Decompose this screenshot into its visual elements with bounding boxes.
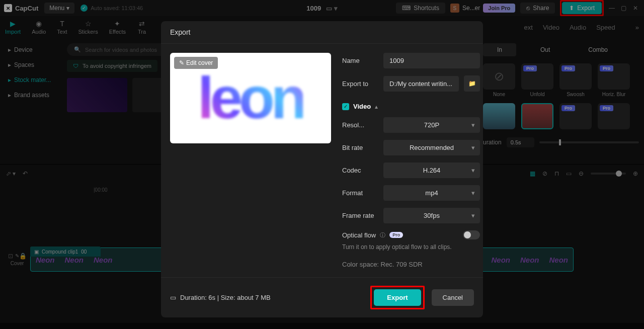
codec-select[interactable]: H.264 [383, 162, 480, 178]
export-confirm-button[interactable]: Export [374, 289, 421, 306]
modal-title: Export [161, 21, 483, 44]
export-modal: Export ✎ Edit cover leon Name Exp [161, 21, 483, 317]
pro-badge: Pro [389, 232, 403, 238]
codec-label: Codec [342, 167, 378, 174]
export-preview: ✎ Edit cover leon [170, 53, 331, 143]
export-path: D:/My content writin... [383, 76, 459, 92]
preview-text: leon [198, 64, 303, 132]
name-input[interactable] [383, 53, 480, 68]
resolution-select[interactable]: 720P [383, 117, 480, 133]
folder-icon: 📁 [468, 80, 476, 87]
collapse-icon[interactable]: ▴ [375, 103, 378, 110]
optical-flow-toggle[interactable] [463, 230, 480, 239]
footer-info-text: Duration: 6s | Size: about 7 MB [180, 294, 271, 301]
color-space-label: Color space: Rec. 709 SDR [342, 261, 480, 268]
framerate-select[interactable]: 30fps [383, 208, 480, 223]
optical-flow-label: Optical flow [342, 231, 376, 239]
film-icon: ▭ [170, 294, 176, 301]
bitrate-select[interactable]: Recommended [383, 140, 480, 155]
optical-flow-hint: Turn it on to apply optical flow to all … [342, 243, 480, 251]
format-select[interactable]: mp4 [383, 185, 480, 201]
framerate-label: Frame rate [342, 212, 378, 219]
bitrate-label: Bit rate [342, 144, 378, 151]
pencil-icon: ✎ [179, 59, 184, 66]
browse-folder-button[interactable]: 📁 [464, 75, 480, 92]
export-to-label: Export to [342, 80, 378, 88]
video-section-label: Video [353, 103, 371, 110]
video-checkbox[interactable]: ✓ [342, 103, 349, 110]
resolution-label: Resol... [342, 121, 378, 129]
name-label: Name [342, 57, 378, 64]
info-icon[interactable]: ⓘ [380, 231, 385, 239]
cancel-button[interactable]: Cancel [432, 289, 474, 306]
format-label: Format [342, 189, 378, 197]
